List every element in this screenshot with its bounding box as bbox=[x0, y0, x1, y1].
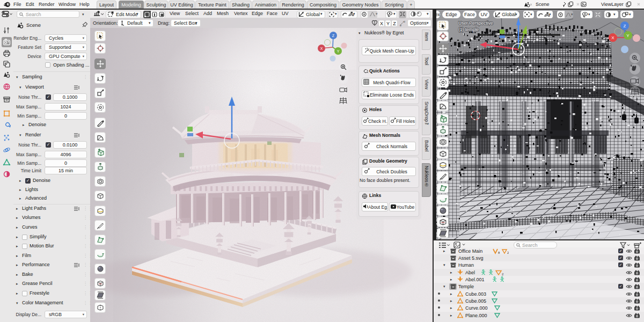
svg-text:8: 8 bbox=[498, 251, 500, 254]
svg-text:o: o bbox=[400, 24, 401, 27]
svg-text:Y: Y bbox=[626, 33, 630, 38]
svg-text:o: o bbox=[404, 20, 405, 23]
svg-text:X: X bbox=[320, 47, 323, 50]
svg-text:(1) temple: (1) temple bbox=[458, 27, 479, 32]
svg-text:2: 2 bbox=[507, 251, 509, 254]
svg-text:2: 2 bbox=[502, 273, 504, 276]
svg-text:X: X bbox=[611, 35, 614, 40]
svg-text:Y: Y bbox=[337, 49, 340, 53]
svg-text:Z: Z bbox=[624, 24, 626, 28]
svg-text:User Perspective: User Perspective bbox=[458, 20, 493, 26]
svg-text:Z: Z bbox=[332, 34, 335, 38]
